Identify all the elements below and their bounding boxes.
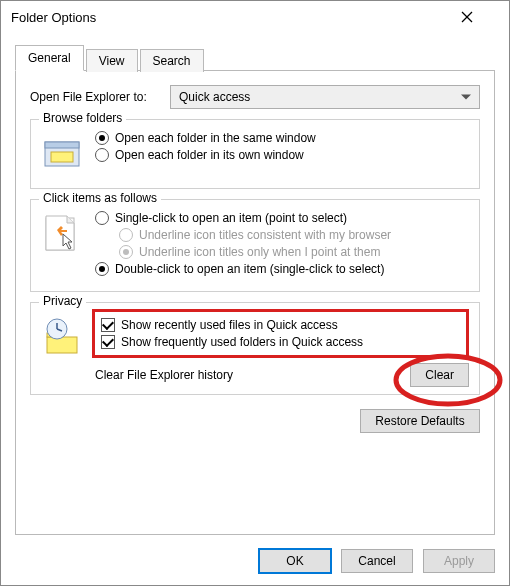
restore-row: Restore Defaults: [30, 409, 480, 433]
radio-icon: [95, 131, 109, 145]
svg-rect-3: [45, 142, 79, 148]
window-title: Folder Options: [11, 10, 96, 25]
radio-icon: [95, 148, 109, 162]
dialog-buttons: OK Cancel Apply: [1, 541, 509, 585]
open-explorer-row: Open File Explorer to: Quick access: [30, 85, 480, 109]
click-cursor-icon: [41, 212, 85, 256]
svg-rect-6: [47, 337, 77, 353]
apply-button[interactable]: Apply: [423, 549, 495, 573]
checkbox-label: Show recently used files in Quick access: [121, 318, 338, 332]
tab-general[interactable]: General: [15, 45, 84, 71]
checkbox-icon: [101, 318, 115, 332]
content: General View Search Open File Explorer t…: [1, 33, 509, 541]
restore-defaults-button[interactable]: Restore Defaults: [360, 409, 480, 433]
clear-button[interactable]: Clear: [410, 363, 469, 387]
radio-icon: [95, 211, 109, 225]
browse-folders-legend: Browse folders: [39, 111, 126, 125]
close-button[interactable]: [461, 11, 501, 23]
browse-folders-group: Browse folders Open each folder in the s…: [30, 119, 480, 189]
radio-single-click[interactable]: Single-click to open an item (point to s…: [95, 211, 469, 225]
tabs: General View Search: [15, 43, 495, 71]
radio-label: Open each folder in the same window: [115, 131, 316, 145]
open-explorer-dropdown[interactable]: Quick access: [170, 85, 480, 109]
radio-label: Double-click to open an item (single-cli…: [115, 262, 384, 276]
ok-button[interactable]: OK: [259, 549, 331, 573]
radio-underline-point: Underline icon titles only when I point …: [119, 245, 469, 259]
checkbox-label: Show frequently used folders in Quick ac…: [121, 335, 363, 349]
radio-own-window[interactable]: Open each folder in its own window: [95, 148, 469, 162]
click-items-group: Click items as follows: [30, 199, 480, 292]
close-icon: [461, 11, 473, 23]
radio-label: Underline icon titles consistent with my…: [139, 228, 391, 242]
clear-history-label: Clear File Explorer history: [95, 368, 410, 382]
privacy-legend: Privacy: [39, 294, 86, 308]
radio-double-click[interactable]: Double-click to open an item (single-cli…: [95, 262, 469, 276]
folder-window-icon: [41, 132, 85, 176]
radio-label: Single-click to open an item (point to s…: [115, 211, 347, 225]
radio-icon: [119, 245, 133, 259]
tab-panel: Open File Explorer to: Quick access Brow…: [15, 71, 495, 535]
check-recent-files[interactable]: Show recently used files in Quick access: [101, 318, 458, 332]
tab-view[interactable]: View: [86, 49, 138, 72]
radio-icon: [95, 262, 109, 276]
folder-options-window: Folder Options General View Search Open …: [0, 0, 510, 586]
check-frequent-folders[interactable]: Show frequently used folders in Quick ac…: [101, 335, 458, 349]
radio-label: Open each folder in its own window: [115, 148, 304, 162]
open-explorer-value: Quick access: [179, 90, 250, 104]
clear-history-row: Clear File Explorer history Clear: [95, 368, 469, 382]
cancel-button[interactable]: Cancel: [341, 549, 413, 573]
click-items-legend: Click items as follows: [39, 191, 161, 205]
tab-search[interactable]: Search: [140, 49, 204, 72]
radio-label: Underline icon titles only when I point …: [139, 245, 380, 259]
open-explorer-label: Open File Explorer to:: [30, 90, 170, 104]
highlight-annotation: Show recently used files in Quick access…: [92, 309, 469, 358]
clock-folder-icon: [41, 315, 85, 359]
checkbox-icon: [101, 335, 115, 349]
radio-icon: [119, 228, 133, 242]
privacy-group: Privacy: [30, 302, 480, 395]
titlebar: Folder Options: [1, 1, 509, 33]
radio-underline-consistent: Underline icon titles consistent with my…: [119, 228, 469, 242]
svg-rect-4: [51, 152, 73, 162]
radio-same-window[interactable]: Open each folder in the same window: [95, 131, 469, 145]
